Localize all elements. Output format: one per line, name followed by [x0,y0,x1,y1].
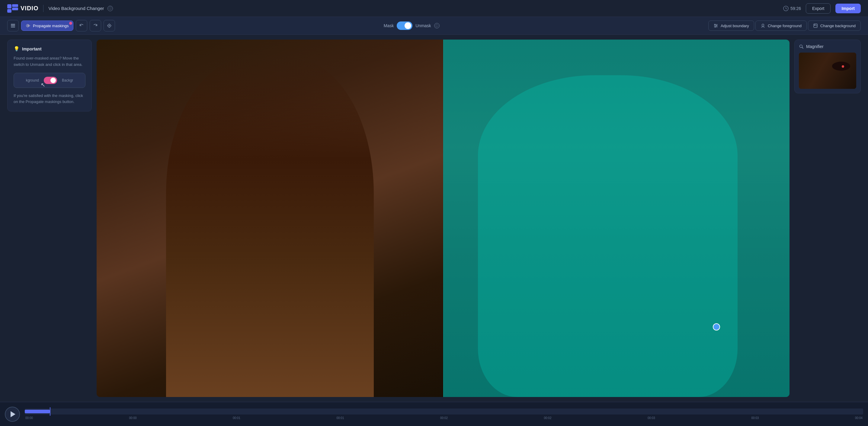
change-foreground-button[interactable]: Change foreground [755,21,807,31]
brush-icon [106,23,112,28]
play-icon [10,411,16,417]
tick-0: 00:00 [25,416,33,420]
info-body1: Found over-masked areas? Move the switch… [13,55,86,68]
svg-point-10 [28,25,29,27]
magnifier-box: Magnifier [794,39,861,93]
svg-line-29 [802,48,803,49]
svg-rect-1 [12,4,18,7]
export-button[interactable]: Export [806,3,831,13]
timeline-track-container: 00:00 00:00 00:01 00:01 00:02 00:02 00:0… [25,408,863,420]
scene [97,39,789,397]
mask-dot [713,323,720,331]
magnifier-preview [799,53,856,89]
adjust-boundary-icon [713,23,718,28]
timeline: 00:00 00:00 00:01 00:01 00:02 00:02 00:0… [0,402,868,426]
svg-rect-3 [7,9,11,13]
magnifier-title: Magnifier [799,44,856,49]
svg-rect-8 [11,25,15,26]
change-foreground-icon [761,23,765,28]
change-background-button[interactable]: Change background [808,21,861,31]
tick-6: 00:03 [648,416,655,420]
info-title: 💡 Important [13,46,86,52]
undo-button[interactable] [76,20,87,31]
unmask-info-icon[interactable]: ⓘ [434,23,440,28]
scene-right [443,39,790,397]
mask-label: Mask [384,23,394,28]
adjust-boundary-button[interactable]: Adjust boundary [708,21,754,31]
time-display: 59:26 [783,6,801,11]
toggle-track [397,22,412,30]
tick-7: 00:03 [751,416,759,420]
info-box: 💡 Important Found over-masked areas? Mov… [7,39,92,112]
unmask-label: Unmask [415,23,431,28]
layers-button[interactable] [7,20,19,31]
svg-point-12 [109,25,110,26]
notification-dot [69,22,72,25]
info-title-text: Important [22,47,42,51]
cursor-icon: ↖ [41,82,45,88]
svg-line-6 [786,8,787,9]
time-value: 59:26 [790,6,801,11]
magnifier-icon [799,44,804,49]
main-content: 💡 Important Found over-masked areas? Mov… [0,35,868,402]
mini-toggle-demo: kground ↖ Backgr [13,73,86,88]
vidio-logo-icon [7,4,18,13]
change-background-label: Change background [820,24,856,28]
propagate-label: Propagate maskings [33,24,69,28]
tick-3: 00:01 [336,416,344,420]
preview-bg [799,53,856,89]
app-info-icon[interactable]: ⓘ [107,6,113,11]
video-area[interactable] [97,39,789,397]
propagate-icon [26,23,30,28]
tick-8: 00:04 [855,416,863,420]
mini-label-right: Backgr [62,78,73,83]
propagate-button[interactable]: Propagate maskings [21,21,73,31]
toolbar-left: Propagate maskings [7,20,115,31]
toggle-thumb [405,22,411,29]
video-frame [97,39,789,397]
adjust-boundary-label: Adjust boundary [721,24,749,28]
bulb-icon: 💡 [13,46,20,52]
svg-point-23 [762,24,764,26]
logo-text: VIDIO [21,5,38,12]
clock-icon [783,6,788,11]
svg-rect-0 [7,4,11,8]
mini-toggle-thumb [51,78,56,83]
toolbar: Propagate maskings [0,17,868,35]
timeline-progress [25,410,50,413]
toolbar-right: Adjust boundary Change foreground Change… [708,21,861,31]
mini-label-left: kground [26,78,39,83]
header-divider [43,5,43,12]
right-panel: Magnifier [794,39,861,397]
svg-point-21 [716,25,717,26]
header: VIDIO Video Background Changer ⓘ 59:26 E… [0,0,868,17]
toolbar-center: Mask Unmask ⓘ [384,22,440,30]
header-right: 59:26 Export Import [783,3,861,13]
left-panel: 💡 Important Found over-masked areas? Mov… [7,39,92,397]
brush-button[interactable] [103,20,115,31]
tick-1: 00:00 [129,416,136,420]
preview-eye [832,62,850,71]
svg-rect-24 [814,24,817,28]
svg-point-20 [714,24,716,25]
tick-4: 00:02 [440,416,448,420]
svg-rect-25 [814,25,815,26]
playhead [50,407,51,416]
info-body2: If you're satisfied with the masking, cl… [13,93,86,106]
import-button[interactable]: Import [835,4,861,13]
redo-icon [93,23,98,28]
preview-dot [842,65,844,68]
play-button[interactable] [5,407,20,422]
change-foreground-label: Change foreground [768,24,802,28]
redo-button[interactable] [90,20,101,31]
timeline-track[interactable] [25,408,863,415]
magnifier-label: Magnifier [806,44,824,49]
svg-rect-7 [11,24,15,25]
scene-left [97,39,443,397]
header-left: VIDIO Video Background Changer ⓘ [7,4,113,13]
timeline-bar-row [25,408,863,415]
vidio-logo: VIDIO [7,4,38,13]
mask-toggle[interactable] [397,22,412,30]
propagate-wrapper: Propagate maskings [21,21,73,31]
undo-icon [79,23,84,28]
